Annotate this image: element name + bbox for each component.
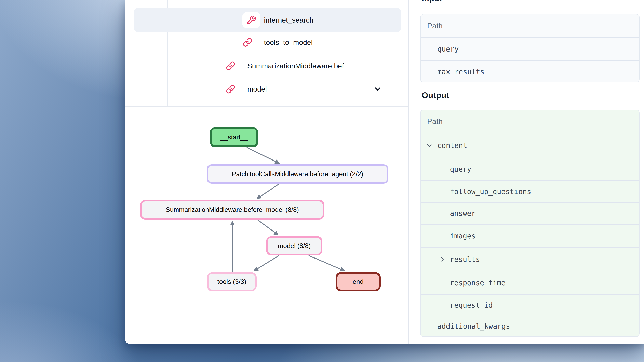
link-icon	[226, 84, 235, 94]
tool-icon-badge	[242, 12, 260, 28]
schema-row-results[interactable]: results	[421, 247, 639, 271]
schema-row-query[interactable]: query	[421, 158, 639, 180]
schema-row-additional-kwargs[interactable]: additional_kwargs	[421, 316, 639, 337]
trace-viewer-window: internet_search tools_to_model	[125, 0, 644, 344]
graph-node-summarization-middleware[interactable]: SummarizationMiddleware.before_model (8/…	[140, 200, 324, 220]
output-schema-card: Path content query follow_up_questions a…	[420, 110, 640, 337]
schema-row-follow-up-questions[interactable]: follow_up_questions	[421, 180, 639, 202]
tree-row-summarization-middleware[interactable]: SummarizationMiddleware.bef...	[134, 53, 402, 78]
schema-row-query[interactable]: query	[421, 37, 639, 60]
tree-item-label: tools_to_model	[264, 38, 313, 46]
tree-row-model[interactable]: model	[134, 77, 402, 101]
graph-node-patch-tool-calls-middleware[interactable]: PatchToolCallsMiddleware.before_agent (2…	[207, 164, 388, 184]
graph-node-end[interactable]: __end__	[336, 272, 381, 291]
graph-node-model[interactable]: model (8/8)	[266, 236, 322, 256]
io-inspector-panel: Input Path query max_results Output Path	[409, 0, 644, 344]
output-section-title: Output	[422, 90, 449, 100]
schema-row-content[interactable]: content	[421, 133, 639, 158]
tree-item-label: internet_search	[264, 16, 314, 24]
tree-item-label: SummarizationMiddleware.bef...	[247, 62, 350, 70]
input-schema-card: Path query max_results	[420, 14, 640, 82]
graph-edges	[125, 107, 408, 344]
chevron-down-icon[interactable]	[373, 85, 382, 93]
tree-row-tools-to-model[interactable]: tools_to_model	[134, 30, 402, 55]
link-icon	[226, 61, 235, 71]
input-path-header: Path	[421, 14, 639, 37]
graph-node-start[interactable]: __start__	[210, 127, 258, 147]
schema-row-response-time[interactable]: response_time	[421, 271, 639, 295]
schema-row-answer[interactable]: answer	[421, 202, 639, 224]
input-section-title: Input	[422, 0, 442, 3]
link-icon	[243, 38, 252, 47]
schema-row-images[interactable]: images	[421, 224, 639, 247]
schema-row-max-results[interactable]: max_results	[421, 60, 639, 82]
tree-row-internet-search[interactable]: internet_search	[134, 8, 402, 32]
output-path-header: Path	[421, 110, 639, 133]
graph-canvas: __start__ PatchToolCallsMiddleware.befor…	[125, 107, 408, 344]
chevron-down-icon[interactable]	[426, 142, 433, 149]
trace-pane: internet_search tools_to_model	[125, 0, 408, 344]
wrench-icon	[246, 15, 256, 25]
tree-item-label: model	[247, 85, 267, 93]
chevron-right-icon[interactable]	[439, 256, 446, 263]
graph-node-tools[interactable]: tools (3/3)	[207, 272, 257, 291]
schema-row-request-id[interactable]: request_id	[421, 295, 639, 316]
run-tree: internet_search tools_to_model	[125, 0, 408, 106]
